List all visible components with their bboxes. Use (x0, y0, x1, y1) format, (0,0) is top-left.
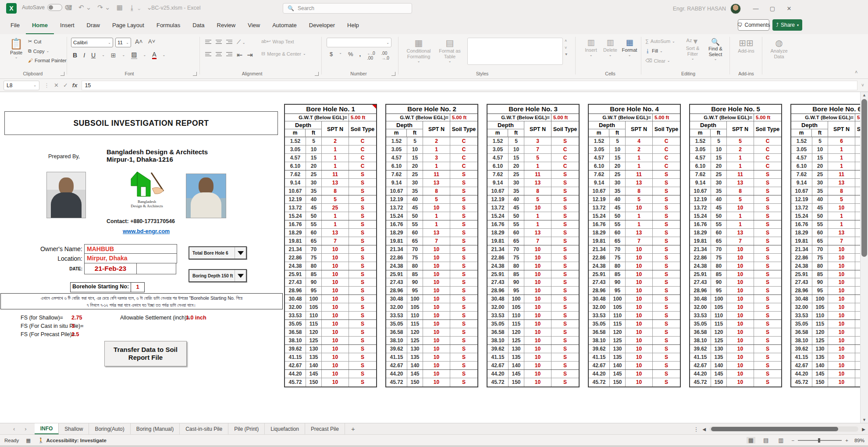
spt-cell[interactable]: 10 (626, 345, 653, 353)
ribbon-tab-insert[interactable]: Insert (54, 17, 81, 34)
zoom-slider[interactable]: − + (792, 438, 848, 443)
depth-ft-cell[interactable]: 80 (711, 262, 727, 270)
soil-cell[interactable]: S (653, 212, 680, 220)
depth-m-cell[interactable]: 4.57 (589, 154, 610, 162)
spt-cell[interactable]: 10 (626, 370, 653, 378)
depth-ft-cell[interactable]: 145 (711, 370, 727, 378)
depth-m-cell[interactable]: 38.10 (285, 337, 306, 344)
sheet-tab-shallow[interactable]: Shallow (59, 423, 89, 434)
depth-ft-cell[interactable]: 140 (711, 362, 727, 369)
spt-cell[interactable]: 10 (828, 362, 855, 369)
depth-ft-cell[interactable]: 80 (812, 262, 828, 270)
soil-cell[interactable]: S (653, 278, 680, 286)
currency-icon[interactable]: $ (330, 51, 333, 60)
spt-cell[interactable]: 1 (322, 162, 349, 170)
spt-cell[interactable]: 8 (626, 187, 653, 195)
borehole-table-4[interactable]: Bore Hole No. 4G.W.T (Below EGL)=5.00 ft… (588, 104, 681, 387)
depth-m-cell[interactable]: 25.91 (285, 270, 306, 278)
depth-ft-cell[interactable]: 25 (509, 170, 524, 178)
depth-m-cell[interactable]: 36.58 (285, 328, 306, 336)
merge-center-button[interactable]: ⊟Merge & Center⌄ (261, 51, 306, 57)
depth-ft-cell[interactable]: 5 (509, 137, 524, 145)
decrease-decimal-icon[interactable]: .00→.0 (381, 51, 389, 60)
gwt-row[interactable]: G.W.T (Below EGL)=5.00 ft (285, 114, 376, 121)
depth-ft-cell[interactable]: 115 (711, 320, 727, 328)
depth-ft-cell[interactable]: 105 (610, 303, 626, 311)
depth-m-cell[interactable]: 45.72 (791, 378, 812, 387)
sheet-tab-info[interactable]: INFO (35, 423, 59, 434)
align-bottom-icon[interactable] (226, 39, 232, 46)
depth-ft-cell[interactable]: 30 (610, 179, 626, 187)
spt-cell[interactable]: 3 (524, 137, 551, 145)
depth-m-cell[interactable]: 38.10 (589, 337, 610, 344)
depth-m-cell[interactable]: 25.91 (690, 270, 711, 278)
spt-cell[interactable]: 2 (626, 145, 653, 153)
depth-m-cell[interactable]: 7.62 (690, 170, 711, 178)
sort-filter-button[interactable]: ᴬᶻ▼ Sort & Filter⌄ (682, 38, 703, 60)
depth-m-cell[interactable]: 18.29 (487, 229, 509, 237)
borehole-starting-no-value[interactable]: 1 (131, 283, 144, 292)
spt-cell[interactable]: 10 (626, 337, 653, 344)
insert-function-icon[interactable]: fx (72, 82, 78, 89)
soil-cell[interactable]: C (754, 137, 781, 145)
soil-cell[interactable]: S (653, 295, 680, 303)
borehole-starting-no[interactable]: Borehole Starting No: 1 (70, 282, 145, 292)
soil-cell[interactable]: S (551, 270, 579, 278)
settlement-value[interactable]: 1.0 inch (186, 315, 206, 321)
depth-m-cell[interactable]: 44.20 (285, 370, 306, 378)
depth-m-cell[interactable]: 45.72 (487, 378, 509, 387)
accessibility-status[interactable]: Accessibility: Investigate (46, 438, 106, 443)
location-value[interactable]: Mirpur, Dhaka (84, 254, 177, 263)
depth-m-cell[interactable]: 42.67 (589, 362, 610, 369)
depth-ft-cell[interactable]: 75 (407, 254, 423, 262)
spt-cell[interactable]: 10 (727, 328, 754, 336)
depth-ft-cell[interactable]: 125 (711, 337, 727, 344)
depth-ft-cell[interactable]: 50 (610, 212, 626, 220)
soil-cell[interactable]: S (754, 229, 781, 237)
spt-cell[interactable]: 10 (727, 287, 754, 294)
macro-record-icon[interactable]: ▦ (26, 437, 31, 443)
spt-cell[interactable]: 3 (423, 154, 450, 162)
paste-button[interactable]: 📋 Paste ⌄ (9, 38, 24, 59)
spt-cell[interactable]: 1 (727, 154, 754, 162)
copy-button[interactable]: ⧉Copy ⌄ (28, 48, 49, 54)
font-size-select[interactable]: 11⌄ (115, 38, 131, 47)
depth-ft-cell[interactable]: 10 (509, 145, 524, 153)
depth-ft-cell[interactable]: 30 (407, 179, 423, 187)
spt-cell[interactable]: 10 (322, 287, 349, 294)
depth-ft-cell[interactable]: 90 (306, 278, 322, 286)
spt-cell[interactable]: 10 (828, 254, 855, 262)
spt-cell[interactable]: 11 (727, 170, 754, 178)
soil-cell[interactable]: S (653, 362, 680, 369)
depth-m-cell[interactable]: 6.10 (589, 162, 610, 170)
depth-m-cell[interactable]: 36.58 (386, 328, 407, 336)
depth-m-cell[interactable]: 33.53 (791, 312, 812, 319)
soil-cell[interactable]: S (754, 312, 781, 319)
soil-cell[interactable]: S (754, 370, 781, 378)
comma-icon[interactable]: , (359, 51, 361, 60)
depth-ft-cell[interactable]: 80 (306, 262, 322, 270)
borehole-table-3[interactable]: Bore Hole No. 3G.W.T (Below EGL)=5.00 ft… (487, 104, 580, 387)
depth-m-cell[interactable]: 22.86 (386, 254, 407, 262)
spt-cell[interactable]: 11 (322, 170, 349, 178)
spt-cell[interactable]: 7 (626, 237, 653, 245)
spt-cell[interactable]: 8 (828, 187, 855, 195)
spt-cell[interactable]: 10 (524, 378, 551, 387)
depth-m-cell[interactable]: 10.67 (386, 187, 407, 195)
depth-m-cell[interactable]: 9.14 (690, 179, 711, 187)
soil-cell[interactable]: S (349, 212, 376, 220)
soil-cell[interactable]: S (349, 353, 376, 361)
number-format-select[interactable]: ⌄ (327, 38, 391, 47)
soil-cell[interactable]: S (653, 204, 680, 212)
spt-cell[interactable]: 1 (423, 162, 450, 170)
depth-ft-cell[interactable]: 100 (610, 295, 626, 303)
ribbon-tab-help[interactable]: Help (341, 17, 365, 34)
soil-cell[interactable]: S (551, 170, 579, 178)
new-sheet-button[interactable]: + (345, 423, 361, 434)
soil-cell[interactable]: S (551, 220, 579, 228)
align-left-icon[interactable] (205, 51, 211, 59)
soil-cell[interactable]: S (551, 295, 579, 303)
depth-ft-cell[interactable]: 115 (610, 320, 626, 328)
spt-cell[interactable]: 10 (828, 337, 855, 344)
depth-m-cell[interactable]: 18.29 (386, 229, 407, 237)
